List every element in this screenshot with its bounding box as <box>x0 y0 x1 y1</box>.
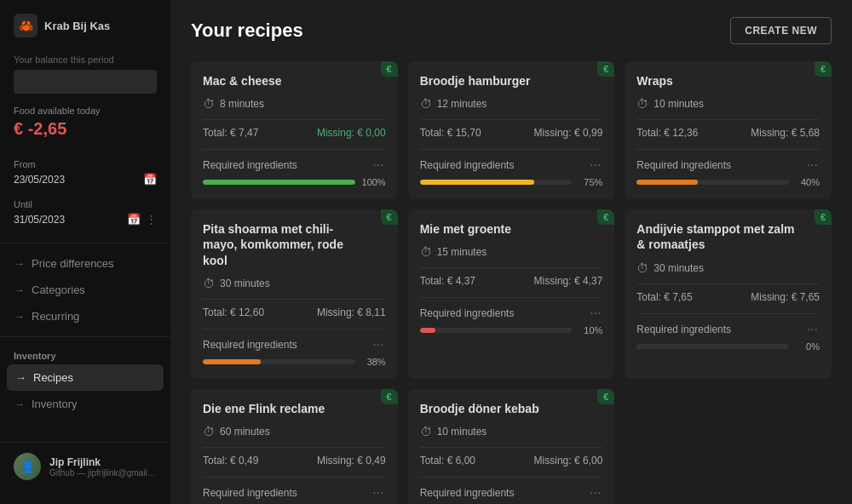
total-cost: Total: € 15,70 <box>420 127 481 139</box>
recipe-title: Die ene Flink reclame <box>203 401 386 416</box>
logo-area: 🦀 Krab Bij Kas <box>0 14 170 54</box>
recipe-time: ⏱ 12 minutes <box>420 97 603 111</box>
time-value: 12 minutes <box>437 98 487 110</box>
logo-text: Krab Bij Kas <box>44 20 110 32</box>
more-options-button[interactable]: ··· <box>588 158 602 172</box>
euro-badge: € <box>597 209 614 225</box>
progress-bar-bg <box>636 344 789 349</box>
required-header: Required ingredients ··· <box>420 158 603 172</box>
recipe-time: ⏱ 60 minutes <box>203 425 386 438</box>
more-options-button[interactable]: ··· <box>588 486 602 500</box>
recipe-cost: Total: € 4,37 Missing: € 4,37 <box>420 267 603 287</box>
required-section: Required ingredients ··· 0% <box>636 313 820 352</box>
sidebar-item-recipes[interactable]: → Recipes <box>7 364 164 391</box>
arrow-icon: → <box>14 284 25 296</box>
sidebar-item-inventory[interactable]: → Inventory <box>0 391 170 417</box>
clock-icon: ⏱ <box>203 97 215 111</box>
progress-fill <box>420 180 534 185</box>
price-differences-label: Price differences <box>32 257 114 270</box>
recipe-time: ⏱ 10 minutes <box>420 425 603 438</box>
clock-icon: ⏱ <box>203 277 215 290</box>
more-options-button[interactable]: ··· <box>805 323 820 336</box>
required-header: Required ingredients ··· <box>636 158 820 172</box>
progress-row: 0% <box>636 341 820 352</box>
progress-row: 38% <box>203 357 386 367</box>
time-value: 10 minutes <box>437 426 487 438</box>
required-label: Required ingredients <box>420 159 515 171</box>
total-cost: Total: € 12,60 <box>203 306 264 318</box>
from-row: 23/05/2023 📅 <box>14 173 157 186</box>
until-date-section: Until 31/05/2023 📅 ⋮ <box>0 196 170 236</box>
recipe-cost: Total: € 7,47 Missing: € 0,00 <box>203 119 386 139</box>
recipe-title: Andijvie stamppot met zalm & romaatjes <box>636 221 820 252</box>
recipes-label: Recipes <box>33 371 73 384</box>
more-options-button[interactable]: ··· <box>371 486 385 500</box>
required-header: Required ingredients ··· <box>636 323 820 336</box>
until-more-icon[interactable]: ⋮ <box>146 213 157 226</box>
recipe-card-3[interactable]: € Wraps ⏱ 10 minutes Total: € 12,36 Miss… <box>625 61 832 199</box>
sidebar-item-recurring[interactable]: → Recurring <box>0 303 170 329</box>
more-options-button[interactable]: ··· <box>805 158 820 172</box>
arrow-icon: → <box>14 398 25 410</box>
main-content: Your recipes CREATE NEW € Mac & cheese ⏱… <box>170 0 852 504</box>
avatar: 👤 <box>14 453 41 480</box>
progress-fill <box>203 359 261 364</box>
categories-label: Categories <box>32 284 85 296</box>
recipe-card-7[interactable]: € Die ene Flink reclame ⏱ 60 minutes Tot… <box>191 389 398 504</box>
balance-section: Your balance this period Food available … <box>0 54 170 149</box>
recipe-cost: Total: € 7,65 Missing: € 7,65 <box>636 284 820 303</box>
progress-label: 10% <box>579 325 602 335</box>
progress-row: 10% <box>420 325 603 335</box>
euro-badge: € <box>597 389 614 404</box>
recipe-card-2[interactable]: € Broodje hamburger ⏱ 12 minutes Total: … <box>408 61 615 199</box>
create-new-button[interactable]: CREATE NEW <box>730 17 832 44</box>
time-value: 10 minutes <box>653 98 704 110</box>
progress-label: 40% <box>796 177 820 187</box>
clock-icon: ⏱ <box>420 245 432 259</box>
recipe-card-8[interactable]: € Broodje döner kebab ⏱ 10 minutes Total… <box>408 389 615 504</box>
required-label: Required ingredients <box>203 487 297 499</box>
clock-icon: ⏱ <box>420 425 432 438</box>
euro-badge: € <box>815 61 832 77</box>
recipe-card-6[interactable]: € Andijvie stamppot met zalm & romaatjes… <box>625 209 832 379</box>
progress-label: 100% <box>362 177 386 187</box>
until-calendar-icon[interactable]: 📅 <box>127 213 141 226</box>
progress-bar-bg <box>636 180 789 185</box>
required-header: Required ingredients ··· <box>420 306 603 320</box>
recipe-card-1[interactable]: € Mac & cheese ⏱ 8 minutes Total: € 7,47… <box>191 61 398 199</box>
total-cost: Total: € 0,49 <box>203 455 258 467</box>
sidebar-item-price-differences[interactable]: → Price differences <box>0 250 170 277</box>
recipe-card-5[interactable]: € Mie met groente ⏱ 15 minutes Total: € … <box>408 209 615 379</box>
recipe-time: ⏱ 15 minutes <box>420 245 603 259</box>
recipe-time: ⏱ 30 minutes <box>636 261 820 275</box>
progress-bar-bg <box>420 328 573 333</box>
progress-bar-bg <box>203 180 355 185</box>
time-value: 30 minutes <box>653 262 704 274</box>
time-value: 60 minutes <box>220 426 270 438</box>
page-title: Your recipes <box>191 20 303 42</box>
required-section: Required ingredients ··· 0% <box>420 477 603 504</box>
missing-cost: Missing: € 8,11 <box>317 306 386 318</box>
from-date-section: From 23/05/2023 📅 <box>0 149 170 196</box>
more-options-button[interactable]: ··· <box>371 158 385 172</box>
required-header: Required ingredients ··· <box>203 158 386 172</box>
logo-icon: 🦀 <box>14 14 37 37</box>
time-value: 15 minutes <box>437 246 487 258</box>
user-name: Jip Frijlink <box>49 456 157 468</box>
euro-badge: € <box>381 61 398 77</box>
sidebar: 🦀 Krab Bij Kas Your balance this period … <box>0 0 170 504</box>
more-options-button[interactable]: ··· <box>371 338 385 352</box>
missing-cost: Missing: € 0,49 <box>317 455 386 467</box>
recipe-card-4[interactable]: € Pita shoarma met chili-mayo, komkommer… <box>191 209 398 379</box>
calendar-icon[interactable]: 📅 <box>143 173 157 186</box>
more-options-button[interactable]: ··· <box>588 306 602 320</box>
required-section: Required ingredients ··· 40% <box>636 149 820 187</box>
recipe-title: Pita shoarma met chili-mayo, komkommer, … <box>203 221 386 268</box>
sidebar-item-categories[interactable]: → Categories <box>0 277 170 303</box>
balance-bar <box>14 70 157 94</box>
clock-icon: ⏱ <box>636 261 648 275</box>
balance-label: Your balance this period <box>14 54 157 65</box>
recurring-label: Recurring <box>32 310 79 323</box>
euro-badge: € <box>815 209 832 225</box>
progress-bar-bg <box>203 359 355 364</box>
